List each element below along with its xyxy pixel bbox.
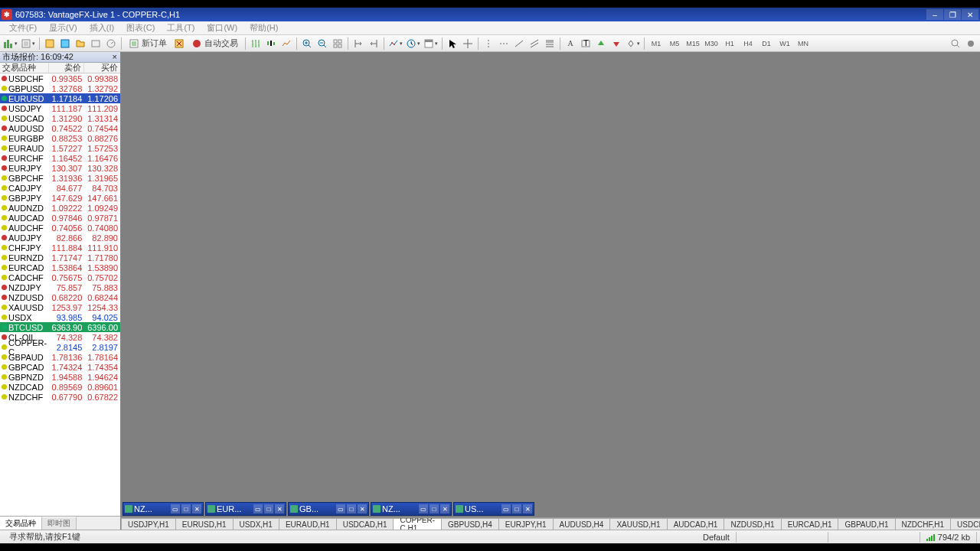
candle-chart-icon[interactable] [264, 37, 278, 51]
mw-row-EURCAD[interactable]: EURCAD1.538641.53890 [0, 262, 120, 272]
mw-row-AUDJPY[interactable]: AUDJPY82.86682.890 [0, 233, 120, 243]
mw-row-NZDCAD[interactable]: NZDCAD0.895690.89601 [0, 382, 120, 392]
search-icon[interactable] [949, 37, 962, 51]
mw-row-EURNZD[interactable]: EURNZD1.717471.71780 [0, 253, 120, 262]
col-ask[interactable]: 买价 [84, 63, 120, 73]
mw-row-NZDCHF[interactable]: NZDCHF0.677900.67822 [0, 392, 120, 402]
timeframe-H1[interactable]: H1 [721, 37, 738, 51]
close-icon[interactable]: ✕ [192, 504, 201, 514]
chart-tab-XAUUSD-H1[interactable]: XAUUSD,H1 [609, 518, 667, 530]
periodicity-icon[interactable]: ▾ [405, 37, 421, 51]
mw-row-GBPCHF[interactable]: GBPCHF1.319361.31965 [0, 173, 120, 183]
mw-row-BTCUSD[interactable]: BTCUSD6363.906396.00 [0, 322, 120, 332]
trendline-icon[interactable] [512, 37, 526, 51]
maximize-icon[interactable]: □ [512, 504, 521, 514]
text-label-icon[interactable]: T [579, 37, 593, 51]
mw-row-AUDCAD[interactable]: AUDCAD0.978460.97871 [0, 213, 120, 223]
timeframe-H4[interactable]: H4 [740, 37, 756, 51]
tester-icon[interactable] [104, 37, 118, 51]
new-order-button[interactable]: 新订单 [125, 37, 171, 51]
chart-tab-USDCAD-H1[interactable]: USDCAD,H1 [336, 518, 394, 530]
chart-tab-NZDUSD-H1[interactable]: NZDUSD,H1 [724, 518, 781, 530]
objects-icon[interactable]: ▾ [625, 37, 641, 51]
mw-row-AUDNZD[interactable]: AUDNZD1.092221.09249 [0, 203, 120, 213]
minimized-chart-4[interactable]: US...▭□✕ [453, 502, 534, 516]
zoom-in-icon[interactable] [300, 37, 314, 51]
options-icon[interactable] [964, 37, 978, 51]
terminal-icon[interactable] [89, 37, 103, 51]
mw-row-EURUSD[interactable]: EURUSD1.171841.17206 [0, 93, 120, 103]
close-button[interactable]: ✕ [962, 9, 978, 20]
maximize-icon[interactable]: □ [430, 504, 439, 514]
fibo-icon[interactable] [543, 37, 557, 51]
mw-row-AUDUSD[interactable]: AUDUSD0.745220.74544 [0, 123, 120, 133]
templates-icon[interactable]: ▾ [423, 37, 439, 51]
autotrading-button[interactable]: 自动交易 [188, 37, 242, 51]
shift-icon[interactable] [351, 37, 365, 51]
mw-row-AUDCHF[interactable]: AUDCHF0.740560.74080 [0, 223, 120, 233]
restore-icon[interactable]: ▭ [253, 504, 263, 514]
data-window-icon[interactable] [58, 37, 72, 51]
market-watch-icon[interactable] [43, 37, 57, 51]
menu-item-5[interactable]: 窗口(W) [201, 21, 243, 34]
mw-row-GBPUSD[interactable]: GBPUSD1.327681.32792 [0, 83, 120, 93]
mw-row-GBPAUD[interactable]: GBPAUD1.781361.78164 [0, 352, 120, 362]
chart-tab-AUDUSD-H4[interactable]: AUDUSD,H4 [553, 518, 611, 530]
mw-row-CADJPY[interactable]: CADJPY84.67784.703 [0, 183, 120, 193]
line-chart-icon[interactable] [279, 37, 293, 51]
minimized-chart-3[interactable]: NZ...▭□✕ [371, 502, 452, 516]
market-watch-header[interactable]: 市场报价: 16:09:42 × [0, 52, 120, 63]
mw-row-USDCAD[interactable]: USDCAD1.312901.31314 [0, 113, 120, 123]
chart-tab-EURUSD-H1[interactable]: EURUSD,H1 [175, 518, 234, 530]
chart-tab-GBPUSD-H4[interactable]: GBPUSD,H4 [441, 518, 499, 530]
chart-tab-USDCHF-H1[interactable]: USDCHF,H1 [950, 518, 980, 530]
mw-row-EURCHF[interactable]: EURCHF1.164521.16476 [0, 153, 120, 163]
hline-icon[interactable] [497, 37, 511, 51]
mw-row-USDX[interactable]: USDX93.98594.025 [0, 312, 120, 322]
mw-row-NZDUSD[interactable]: NZDUSD0.682200.68244 [0, 292, 120, 302]
minimized-chart-2[interactable]: GB...▭□✕ [288, 502, 369, 516]
vline-icon[interactable] [482, 37, 495, 51]
mw-row-EURAUD[interactable]: EURAUD1.572271.57253 [0, 143, 120, 153]
status-connection[interactable]: 794/2 kb [920, 532, 977, 543]
restore-icon[interactable]: ▭ [419, 504, 428, 514]
arrow-up-icon[interactable] [594, 37, 608, 51]
maximize-button[interactable]: ❐ [944, 9, 961, 20]
titlebar[interactable]: ✱ 607583: VantageFX-Live 1 - COPPER-C,H1… [0, 8, 980, 21]
mw-row-CADCHF[interactable]: CADCHF0.756750.75702 [0, 272, 120, 282]
col-bid[interactable]: 卖价 [49, 63, 85, 73]
col-symbol[interactable]: 交易品种 [0, 63, 49, 73]
mw-tab-symbols[interactable]: 交易品种 [0, 517, 42, 530]
new-chart-icon[interactable]: ▾ [2, 37, 18, 51]
timeframe-MN[interactable]: MN [795, 37, 812, 51]
close-icon[interactable]: ✕ [523, 504, 532, 514]
close-icon[interactable]: ✕ [358, 504, 367, 514]
mdi-area[interactable]: NZ...▭□✕EUR...▭□✕GB...▭□✕NZ...▭□✕US...▭□… [121, 52, 980, 517]
menu-item-1[interactable]: 显示(V) [43, 21, 83, 34]
mw-row-COPPER-C[interactable]: COPPER-C2.81452.8197 [0, 342, 120, 352]
mw-row-USDCHF[interactable]: USDCHF0.993650.99388 [0, 73, 120, 83]
restore-icon[interactable]: ▭ [171, 504, 180, 514]
restore-icon[interactable]: ▭ [501, 504, 511, 514]
mw-row-XAUUSD[interactable]: XAUUSD1253.971254.33 [0, 302, 120, 312]
mw-row-EURJPY[interactable]: EURJPY130.307130.328 [0, 163, 120, 173]
chart-tab-GBPAUD-H1[interactable]: GBPAUD,H1 [838, 518, 895, 530]
menu-item-6[interactable]: 帮助(H) [243, 21, 284, 34]
mw-row-GBPCAD[interactable]: GBPCAD1.743241.74354 [0, 362, 120, 372]
menu-item-3[interactable]: 图表(C) [120, 21, 161, 34]
chart-tab-EURJPY-H1[interactable]: EURJPY,H1 [498, 518, 554, 530]
minimize-button[interactable]: – [926, 9, 943, 20]
market-watch-body[interactable]: USDCHF0.993650.99388GBPUSD1.327681.32792… [0, 73, 120, 516]
close-icon[interactable]: ✕ [440, 504, 449, 514]
restore-icon[interactable]: ▭ [336, 504, 345, 514]
minimized-chart-1[interactable]: EUR...▭□✕ [205, 502, 286, 516]
mw-row-GBPNZD[interactable]: GBPNZD1.945881.94624 [0, 372, 120, 382]
mw-row-NZDJPY[interactable]: NZDJPY75.85775.883 [0, 282, 120, 292]
chart-tab-USDX-H1[interactable]: USDX,H1 [233, 518, 279, 530]
autoscroll-icon[interactable] [367, 37, 381, 51]
menu-item-4[interactable]: 工具(T) [161, 21, 201, 34]
minimized-chart-0[interactable]: NZ...▭□✕ [122, 502, 204, 516]
timeframe-M15[interactable]: M15 [684, 37, 701, 51]
chart-tab-AUDCAD-H1[interactable]: AUDCAD,H1 [667, 518, 725, 530]
navigator-icon[interactable] [74, 37, 87, 51]
